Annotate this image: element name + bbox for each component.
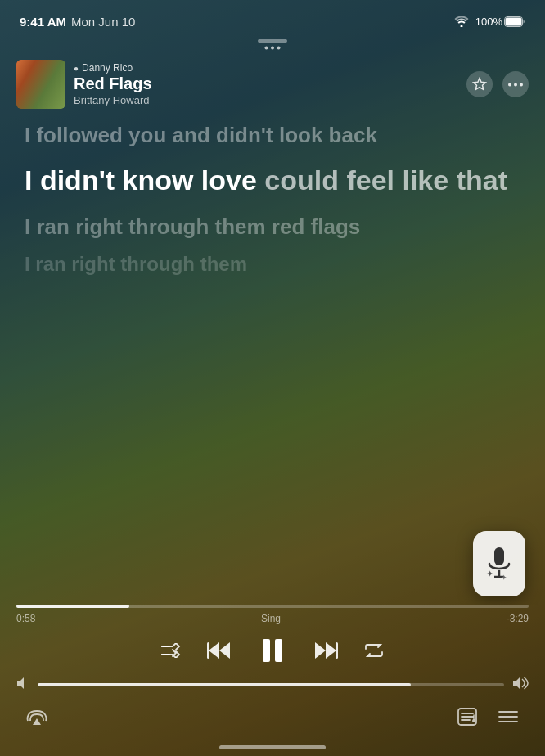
svg-marker-24 [33, 718, 41, 725]
home-bar [219, 745, 326, 749]
header-actions [466, 71, 529, 97]
svg-point-3 [265, 47, 268, 50]
svg-rect-16 [207, 642, 209, 659]
volume-fill [38, 683, 411, 686]
airplay-button[interactable] [26, 708, 47, 726]
shuffle-button[interactable] [161, 643, 181, 658]
lyric-future-1: I ran right through them red flags [25, 214, 520, 241]
home-indicator [0, 742, 545, 756]
drag-indicator [0, 36, 545, 43]
lyric-light-part: could feel like that [264, 164, 507, 196]
right-bottom-actions [457, 708, 519, 726]
svg-point-4 [271, 47, 274, 50]
star-button[interactable] [466, 71, 493, 97]
lyric-bold-part: I didn't know love [25, 164, 257, 196]
rewind-button[interactable] [207, 641, 232, 660]
svg-point-0 [460, 25, 462, 28]
time-elapsed: 0:58 [16, 613, 35, 624]
top-menu-dots[interactable] [0, 43, 545, 53]
forward-button[interactable] [313, 641, 338, 660]
album-art [16, 60, 65, 109]
svg-rect-17 [263, 639, 270, 662]
svg-rect-21 [336, 642, 338, 659]
svg-rect-2 [506, 17, 522, 25]
time-remaining: -3:29 [507, 613, 529, 624]
svg-marker-20 [315, 642, 326, 659]
track-info: ● Danny Rico Red Flags Brittany Howard [16, 60, 152, 109]
lyric-current: I didn't know love could feel like that [25, 163, 520, 198]
status-icons: 100% [454, 16, 525, 28]
battery-icon: 100% [475, 16, 525, 28]
svg-marker-15 [219, 642, 230, 659]
status-date: Mon Jun 10 [71, 15, 135, 29]
wifi-icon [454, 16, 469, 27]
track-details: ● Danny Rico Red Flags Brittany Howard [74, 62, 152, 106]
svg-point-7 [514, 83, 517, 86]
progress-section: 0:58 Sing -3:29 [0, 605, 545, 624]
svg-point-8 [520, 83, 523, 86]
volume-high-icon [512, 677, 529, 693]
volume-section [0, 673, 545, 701]
svg-marker-22 [17, 677, 24, 689]
bottom-bar [0, 701, 545, 742]
status-bar: 9:41 AM Mon Jun 10 100% [0, 0, 545, 36]
svg-marker-19 [326, 642, 336, 659]
dj-name: Danny Rico [82, 62, 133, 74]
progress-fill [16, 605, 129, 608]
svg-rect-18 [275, 639, 282, 662]
lyrics-button[interactable] [457, 708, 478, 726]
pause-button[interactable] [258, 636, 287, 665]
dj-dot-icon: ● [74, 64, 79, 73]
svg-point-5 [277, 47, 281, 50]
volume-low-icon [16, 677, 29, 693]
track-dj: ● Danny Rico [74, 62, 152, 74]
status-time: 9:41 AM [20, 15, 66, 29]
repeat-button[interactable] [364, 642, 384, 659]
svg-text:✦: ✦ [486, 569, 493, 578]
svg-text:✦: ✦ [501, 574, 507, 582]
mic-button[interactable]: ✦ ✦ [473, 531, 525, 596]
lyric-past: I followed you and didn't look back [25, 122, 520, 150]
progress-times: 0:58 Sing -3:29 [16, 613, 529, 624]
lyrics-area: I followed you and didn't look back I di… [0, 114, 545, 605]
svg-marker-23 [513, 677, 520, 689]
volume-slider[interactable] [38, 683, 504, 686]
now-playing-header: ● Danny Rico Red Flags Brittany Howard [0, 53, 545, 114]
album-art-visual [16, 60, 65, 109]
queue-button[interactable] [498, 708, 519, 726]
playback-controls [0, 624, 545, 673]
svg-marker-14 [209, 642, 219, 659]
svg-point-6 [508, 83, 511, 86]
track-title: Red Flags [74, 74, 152, 93]
track-artist: Brittany Howard [74, 94, 152, 106]
svg-rect-9 [494, 547, 504, 565]
progress-bar[interactable] [16, 605, 529, 608]
more-button[interactable] [502, 71, 529, 97]
mic-icon: ✦ ✦ [484, 546, 514, 582]
time-label: Sing [261, 613, 281, 624]
lyric-future-2: I ran right through them [25, 251, 520, 277]
